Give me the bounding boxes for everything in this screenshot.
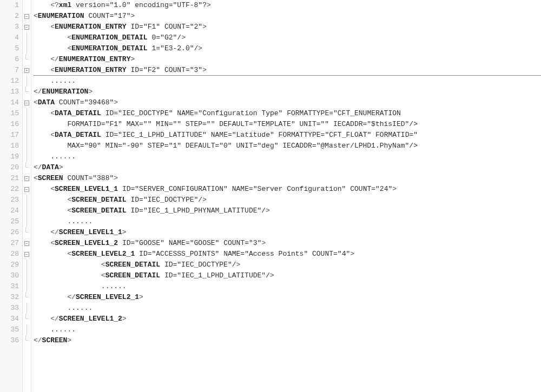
fold-collapse-icon[interactable]: − <box>24 176 29 181</box>
code-line[interactable]: </DATA> <box>34 162 541 173</box>
fold-cell <box>23 216 31 227</box>
line-number: 22 <box>0 184 22 195</box>
fold-end-icon <box>25 162 29 168</box>
fold-collapse-icon[interactable]: − <box>24 14 29 19</box>
fold-cell: − <box>23 22 31 32</box>
fold-guide-icon <box>27 195 27 205</box>
line-number: 21 <box>0 173 22 184</box>
line-number: 2 <box>0 11 22 22</box>
fold-expand-icon[interactable]: + <box>24 68 29 73</box>
line-number: 23 <box>0 195 22 205</box>
fold-end-icon <box>25 335 29 341</box>
fold-cell: − <box>23 249 31 260</box>
fold-cell: − <box>23 11 31 22</box>
code-line[interactable]: ...... <box>34 216 541 227</box>
fold-guide-icon <box>27 270 27 281</box>
code-line[interactable]: ...... <box>34 281 541 292</box>
line-number: 26 <box>0 227 22 238</box>
fold-collapse-icon[interactable]: − <box>24 187 29 192</box>
line-number: 25 <box>0 216 22 227</box>
fold-cell <box>23 260 31 270</box>
line-number: 13 <box>0 87 22 97</box>
code-line[interactable]: <SCREEN_DETAIL ID="IEC_1_LPHD_PHYNAM_LAT… <box>34 205 541 216</box>
line-number: 34 <box>0 314 22 324</box>
code-line[interactable]: </SCREEN_LEVEL2_1> <box>34 292 541 303</box>
line-number-gutter: 1234567121314151617181920212223242526272… <box>0 0 23 392</box>
line-number: 36 <box>0 335 22 346</box>
code-line[interactable]: ...... <box>34 76 541 87</box>
fold-cell: − <box>23 238 31 249</box>
fold-column: −−+−−−−− <box>23 0 31 392</box>
code-line[interactable]: </SCREEN_LEVEL1_2> <box>34 314 541 324</box>
code-line[interactable]: </ENUMERATION_ENTRY> <box>34 54 541 65</box>
line-number: 5 <box>0 43 22 54</box>
line-number: 6 <box>0 54 22 65</box>
fold-cell <box>23 324 31 335</box>
fold-guide-icon <box>27 43 27 54</box>
code-line[interactable]: FORMATID="F1" MAX="" MIN="" STEP="" DEFA… <box>34 119 541 130</box>
line-number: 3 <box>0 22 22 32</box>
code-line[interactable]: <DATA COUNT="39468"> <box>34 97 541 108</box>
fold-guide-icon <box>27 324 27 335</box>
code-line[interactable]: <SCREEN_LEVEL1_2 ID="GOOSE" NAME="GOOSE"… <box>34 238 541 249</box>
fold-cell <box>23 87 31 97</box>
fold-end-icon <box>25 54 29 59</box>
fold-end-icon <box>25 292 29 297</box>
fold-cell: + <box>23 65 31 76</box>
code-line[interactable]: ...... <box>34 324 541 335</box>
fold-collapse-icon[interactable]: − <box>24 241 29 246</box>
fold-end-icon <box>25 87 29 92</box>
fold-cell <box>23 281 31 292</box>
line-number: 30 <box>0 270 22 281</box>
line-number: 15 <box>0 108 22 119</box>
fold-guide-icon <box>27 205 27 216</box>
line-number: 31 <box>0 281 22 292</box>
fold-collapse-icon[interactable]: − <box>24 252 29 257</box>
code-line[interactable]: ...... <box>34 303 541 314</box>
line-number: 24 <box>0 205 22 216</box>
fold-cell <box>23 32 31 43</box>
fold-cell <box>23 76 31 87</box>
code-line[interactable]: <DATA_DETAIL ID="IEC_1_LPHD_LATITUDE" NA… <box>34 130 541 141</box>
code-line[interactable]: <ENUMERATION_DETAIL 1="E3-2.0"/> <box>34 43 541 54</box>
fold-guide-icon <box>27 303 27 314</box>
fold-cell <box>23 151 31 162</box>
code-line[interactable]: <ENUMERATION_ENTRY ID="F2" COUNT="3"> <box>34 65 541 76</box>
fold-guide-icon <box>27 108 27 119</box>
code-line[interactable]: <SCREEN_DETAIL ID="IEC_DOCTYPE"/> <box>34 260 541 270</box>
fold-guide-icon <box>27 119 27 130</box>
fold-cell <box>23 130 31 141</box>
line-number: 18 <box>0 141 22 151</box>
fold-collapse-icon[interactable]: − <box>24 101 29 105</box>
fold-cell <box>23 292 31 303</box>
fold-collapse-icon[interactable]: − <box>24 25 29 30</box>
code-line[interactable]: <?xml version="1.0" encoding="UTF-8"?> <box>34 0 541 11</box>
code-line[interactable]: <SCREEN_DETAIL ID="IEC_DOCTYPE"/> <box>34 195 541 205</box>
line-number: 33 <box>0 303 22 314</box>
code-area[interactable]: <?xml version="1.0" encoding="UTF-8"?><E… <box>31 0 541 392</box>
code-line[interactable]: ...... <box>34 151 541 162</box>
fold-guide-icon <box>27 281 27 292</box>
code-line[interactable]: <DATA_DETAIL ID="IEC_DOCTYPE" NAME="Conf… <box>34 108 541 119</box>
code-line[interactable]: </SCREEN> <box>34 335 541 346</box>
code-line[interactable]: <SCREEN_LEVEL1_1 ID="SERVER_CONFIGURATIO… <box>34 184 541 195</box>
code-line[interactable]: </SCREEN_LEVEL1_1> <box>34 227 541 238</box>
line-number: 19 <box>0 151 22 162</box>
line-number: 27 <box>0 238 22 249</box>
code-line[interactable]: <ENUMERATION_DETAIL 0="G2"/> <box>34 32 541 43</box>
fold-cell <box>23 205 31 216</box>
code-line[interactable]: <SCREEN_LEVEL2_1 ID="ACCESSS_POINTS" NAM… <box>34 249 541 260</box>
line-number: 20 <box>0 162 22 173</box>
code-line[interactable]: </ENUMERATION> <box>34 87 541 97</box>
line-number: 4 <box>0 32 22 43</box>
line-number: 7 <box>0 65 22 76</box>
code-line[interactable]: MAX="90" MIN="-90" STEP="1" DEFAULT="0" … <box>34 141 541 151</box>
code-line[interactable]: <ENUMERATION COUNT="17"> <box>34 11 541 22</box>
line-number: 16 <box>0 119 22 130</box>
fold-guide-icon <box>27 76 27 87</box>
fold-cell <box>23 162 31 173</box>
code-line[interactable]: <SCREEN_DETAIL ID="IEC_1_LPHD_LATITUDE"/… <box>34 270 541 281</box>
fold-guide-icon <box>27 32 27 43</box>
code-line[interactable]: <ENUMERATION_ENTRY ID="F1" COUNT="2"> <box>34 22 541 32</box>
code-line[interactable]: <SCREEN COUNT="388"> <box>34 173 541 184</box>
